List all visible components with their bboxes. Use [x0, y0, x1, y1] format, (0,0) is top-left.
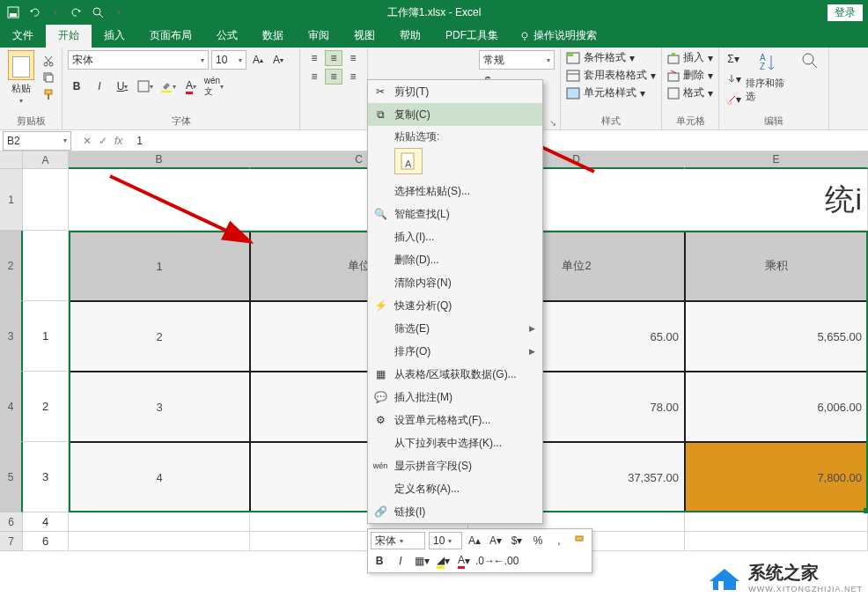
font-name-combo[interactable]: 宋体▾	[68, 50, 209, 70]
align-right-button[interactable]: ≡	[344, 69, 362, 85]
mini-font-combo[interactable]: 宋体▾	[371, 532, 425, 549]
cell[interactable]: 7,800.00	[685, 442, 868, 512]
phonetic-button[interactable]: wén文▾	[205, 77, 223, 95]
ctx-get-data[interactable]: ▦从表格/区域获取数据(G)...	[368, 363, 542, 386]
align-left-button[interactable]: ≡	[305, 69, 323, 85]
ctx-link[interactable]: 🔗链接(I)	[368, 500, 542, 523]
find-select-button[interactable]	[797, 50, 823, 71]
format-as-table-button[interactable]: 套用表格格式▾	[566, 68, 656, 83]
tell-me-search[interactable]: 操作说明搜索	[511, 24, 606, 48]
increase-font-icon[interactable]: A▴	[249, 51, 267, 69]
tab-formulas[interactable]: 公式	[204, 24, 250, 48]
ctx-sort[interactable]: 排序(O)▶	[368, 340, 542, 363]
cell[interactable]	[685, 512, 868, 532]
fill-color-button[interactable]: ▾	[159, 77, 177, 95]
ctx-insert-comment[interactable]: 💬插入批注(M)	[368, 386, 542, 409]
row-header-2[interactable]: 2	[0, 231, 23, 301]
ctx-quick-analysis[interactable]: ⚡快速分析(Q)	[368, 294, 542, 317]
cell[interactable]	[69, 512, 250, 532]
undo-dropdown-icon[interactable]: ▾	[48, 4, 63, 20]
col-header-b[interactable]: B	[69, 151, 250, 169]
cell[interactable]: 4	[69, 442, 250, 512]
cell[interactable]: 3	[23, 442, 69, 512]
login-button[interactable]: 登录	[828, 4, 863, 21]
cell[interactable]: 3	[69, 372, 250, 442]
cell[interactable]: 4	[23, 512, 69, 532]
clear-button[interactable]: ▾	[725, 91, 742, 108]
delete-cells-button[interactable]: 删除▾	[667, 68, 713, 83]
underline-button[interactable]: U▾	[114, 77, 131, 95]
paste-button[interactable]: 粘贴 ▾	[5, 50, 37, 105]
tab-pdf-tools[interactable]: PDF工具集	[433, 24, 511, 48]
cell[interactable]	[23, 231, 69, 301]
row-header-4[interactable]: 4	[0, 372, 23, 442]
fx-icon[interactable]: fx	[114, 135, 122, 147]
mini-increase-font[interactable]: A▴	[466, 532, 483, 549]
mini-border[interactable]: ▦▾	[413, 552, 430, 570]
ctx-clear[interactable]: 清除内容(N)	[368, 271, 542, 294]
ctx-copy[interactable]: ⧉复制(C)	[368, 103, 542, 126]
paste-option-keep-source[interactable]: A	[394, 148, 423, 174]
qat-customize-icon[interactable]: ▾	[111, 4, 127, 20]
decrease-font-icon[interactable]: A▾	[269, 51, 287, 69]
fill-button[interactable]: ▾	[725, 70, 742, 88]
tab-review[interactable]: 审阅	[296, 24, 342, 48]
paste-dropdown-icon[interactable]: ▾	[19, 97, 23, 105]
save-icon[interactable]	[5, 4, 21, 20]
name-box[interactable]: B2▾	[3, 131, 71, 151]
italic-button[interactable]: I	[91, 77, 108, 95]
insert-cells-button[interactable]: 插入▾	[667, 50, 713, 65]
ctx-smart-lookup[interactable]: 🔍智能查找(L)	[368, 203, 542, 225]
mini-bold[interactable]: B	[371, 552, 388, 570]
cell[interactable]: 5,655.00	[685, 301, 868, 372]
cancel-formula-icon[interactable]: ✕	[83, 135, 92, 147]
border-button[interactable]: ▾	[136, 77, 154, 95]
tab-file[interactable]: 文件	[0, 24, 46, 48]
align-top-button[interactable]: ≡	[305, 50, 323, 66]
tab-data[interactable]: 数据	[250, 24, 296, 48]
mini-decrease-decimal[interactable]: .0→	[476, 552, 494, 570]
row-header-6[interactable]: 6	[0, 512, 23, 532]
cell[interactable]: 6,006.00	[685, 372, 868, 442]
ctx-insert[interactable]: 插入(I)...	[368, 225, 542, 248]
align-bottom-button[interactable]: ≡	[344, 50, 362, 66]
font-color-button[interactable]: A▾	[182, 77, 200, 95]
tab-insert[interactable]: 插入	[92, 24, 137, 48]
cell[interactable]: 2	[23, 372, 69, 442]
sort-filter-button[interactable]: AZ 排序和筛选	[746, 50, 793, 103]
col-header-a[interactable]: A	[23, 151, 69, 169]
mini-size-combo[interactable]: 10▾	[429, 532, 462, 549]
mini-percent[interactable]: %	[529, 532, 547, 549]
cell[interactable]	[685, 532, 868, 551]
mini-fill-color[interactable]: ◢▾	[434, 552, 452, 570]
mini-comma[interactable]: ,	[550, 532, 568, 549]
row-header-5[interactable]: 5	[0, 442, 23, 512]
ctx-cut[interactable]: ✂剪切(T)	[368, 80, 542, 103]
mini-format-painter[interactable]	[571, 532, 589, 549]
ctx-define-name[interactable]: 定义名称(A)...	[368, 477, 542, 500]
mini-increase-decimal[interactable]: ←.00	[497, 552, 515, 570]
font-size-combo[interactable]: 10▾	[211, 50, 246, 70]
copy-button[interactable]	[40, 70, 56, 85]
row-header-1[interactable]: 1	[0, 169, 23, 231]
mini-italic[interactable]: I	[392, 552, 409, 570]
ctx-delete[interactable]: 删除(D)...	[368, 248, 542, 271]
mini-decrease-font[interactable]: A▾	[487, 532, 504, 549]
cell[interactable]	[23, 169, 69, 231]
tab-home[interactable]: 开始	[46, 24, 92, 48]
tab-help[interactable]: 帮助	[387, 24, 433, 48]
align-middle-button[interactable]: ≡	[325, 50, 342, 66]
cell[interactable]: 6	[23, 532, 69, 551]
autosum-button[interactable]: Σ▾	[725, 50, 742, 68]
enter-formula-icon[interactable]: ✓	[99, 135, 107, 147]
col-header-e[interactable]: E	[685, 151, 868, 169]
select-all-corner[interactable]	[0, 151, 23, 169]
format-painter-button[interactable]	[40, 87, 56, 101]
header-cell[interactable]: 乘积	[685, 231, 868, 301]
ctx-filter[interactable]: 筛选(E)▶	[368, 317, 542, 340]
conditional-format-button[interactable]: 条件格式▾	[566, 50, 656, 65]
cut-button[interactable]	[40, 54, 56, 68]
ctx-show-phonetic[interactable]: wén显示拼音字段(S)	[368, 454, 542, 477]
tab-page-layout[interactable]: 页面布局	[137, 24, 204, 48]
ctx-paste-special[interactable]: 选择性粘贴(S)...	[368, 180, 542, 203]
